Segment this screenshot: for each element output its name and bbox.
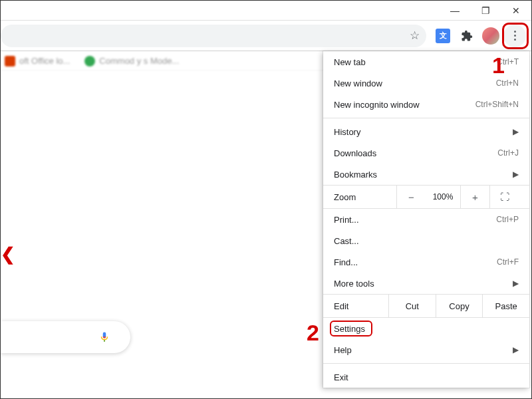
- submenu-arrow-icon: ▶: [513, 279, 519, 288]
- menu-label: History: [334, 127, 513, 137]
- menu-downloads[interactable]: Downloads Ctrl+J: [323, 142, 529, 164]
- menu-shortcut: Ctrl+F: [497, 257, 519, 267]
- menu-label: Find...: [334, 257, 497, 267]
- bookmark-label: oft Office lo...: [19, 56, 70, 66]
- menu-new-tab[interactable]: New tab Ctrl+T: [323, 51, 529, 72]
- browser-toolbar: ☆ 文: [1, 21, 531, 51]
- extensions-button[interactable]: [456, 25, 478, 47]
- window-close-button[interactable]: ✕: [501, 1, 531, 21]
- menu-more-tools[interactable]: More tools ▶: [323, 273, 529, 294]
- more-menu-button[interactable]: [503, 25, 526, 47]
- bookmark-star-icon[interactable]: ☆: [410, 29, 420, 43]
- menu-settings[interactable]: Settings: [323, 318, 529, 339]
- menu-separator: [323, 118, 529, 118]
- bookmark-favicon: [84, 56, 95, 66]
- profile-button[interactable]: [479, 25, 502, 47]
- submenu-arrow-icon: ▶: [513, 345, 519, 354]
- bookmark-favicon: [5, 56, 15, 66]
- translate-button[interactable]: 文: [432, 25, 454, 47]
- zoom-value: 100%: [426, 192, 460, 201]
- menu-shortcut: Ctrl+Shift+N: [475, 100, 519, 109]
- window-maximize-button[interactable]: ❐: [470, 1, 501, 21]
- menu-exit[interactable]: Exit: [323, 366, 529, 388]
- menu-label: New incognito window: [334, 100, 475, 110]
- fullscreen-button[interactable]: ⛶: [489, 186, 519, 208]
- menu-label: Bookmarks: [334, 170, 513, 180]
- submenu-arrow-icon: ▶: [513, 127, 519, 136]
- menu-edit-row: Edit Cut Copy Paste: [323, 294, 529, 318]
- menu-help[interactable]: Help ▶: [323, 339, 529, 360]
- menu-label: New tab: [334, 57, 497, 67]
- menu-print[interactable]: Print... Ctrl+P: [323, 209, 529, 230]
- edit-label: Edit: [323, 301, 388, 311]
- menu-zoom-row: Zoom − 100% + ⛶: [323, 185, 529, 209]
- chrome-menu: New tab Ctrl+T New window Ctrl+N New inc…: [323, 51, 529, 388]
- bookmark-item[interactable]: oft Office lo...: [5, 56, 70, 66]
- menu-label: Downloads: [334, 148, 497, 158]
- menu-shortcut: Ctrl+N: [496, 78, 519, 88]
- puzzle-icon: [461, 30, 473, 42]
- menu-shortcut: Ctrl+P: [496, 215, 519, 224]
- menu-label: Exit: [334, 372, 519, 382]
- zoom-out-button[interactable]: −: [396, 186, 426, 208]
- search-box[interactable]: [1, 321, 130, 353]
- menu-cast[interactable]: Cast...: [323, 230, 529, 251]
- menu-find[interactable]: Find... Ctrl+F: [323, 251, 529, 273]
- zoom-label: Zoom: [323, 192, 396, 202]
- profile-avatar-icon: [482, 27, 499, 45]
- bookmark-item[interactable]: Commod y s Mode...: [84, 56, 179, 66]
- submenu-arrow-icon: ▶: [513, 170, 519, 179]
- menu-shortcut: Ctrl+T: [497, 57, 519, 66]
- menu-new-window[interactable]: New window Ctrl+N: [323, 72, 529, 94]
- menu-new-incognito[interactable]: New incognito window Ctrl+Shift+N: [323, 94, 529, 115]
- menu-label: New window: [334, 78, 496, 88]
- window-titlebar: — ❐ ✕: [1, 1, 531, 21]
- edit-cut-button[interactable]: Cut: [388, 295, 436, 317]
- menu-label: Cast...: [334, 236, 519, 246]
- menu-history[interactable]: History ▶: [323, 121, 529, 142]
- menu-label: Print...: [334, 215, 496, 225]
- voice-search-icon[interactable]: [98, 329, 110, 345]
- translate-icon: 文: [436, 29, 450, 43]
- menu-bookmarks[interactable]: Bookmarks ▶: [323, 164, 529, 185]
- decorative-chevron: ❮: [1, 244, 15, 265]
- menu-label: More tools: [334, 279, 513, 289]
- menu-separator: [323, 363, 529, 364]
- window-minimize-button[interactable]: —: [440, 1, 470, 21]
- address-bar[interactable]: ☆: [1, 25, 426, 47]
- fullscreen-icon: ⛶: [500, 192, 509, 202]
- zoom-in-button[interactable]: +: [460, 186, 489, 208]
- more-vertical-icon: [503, 25, 526, 47]
- menu-label: Help: [334, 345, 513, 355]
- menu-shortcut: Ctrl+J: [497, 148, 519, 158]
- edit-paste-button[interactable]: Paste: [482, 295, 529, 317]
- menu-label: Settings: [334, 324, 519, 334]
- bookmark-label: Commod y s Mode...: [99, 56, 179, 66]
- edit-copy-button[interactable]: Copy: [436, 295, 483, 317]
